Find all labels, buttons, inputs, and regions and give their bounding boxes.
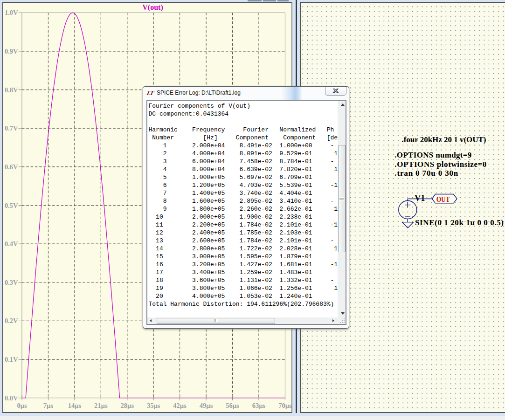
svg-text:21µs: 21µs bbox=[94, 402, 108, 409]
svg-text:0.5V: 0.5V bbox=[5, 202, 18, 209]
svg-text:OUT: OUT bbox=[436, 195, 450, 203]
svg-text:0.9V: 0.9V bbox=[5, 48, 18, 55]
svg-text:7µs: 7µs bbox=[43, 402, 54, 409]
svg-text:0.4V: 0.4V bbox=[5, 240, 18, 248]
svg-text:63µs: 63µs bbox=[252, 402, 266, 409]
svg-text:SINE(0 1 20k 1u 0 0 0.5): SINE(0 1 20k 1u 0 0 0.5) bbox=[415, 218, 504, 227]
svg-text:0.3V: 0.3V bbox=[5, 279, 18, 286]
svg-text:0.7V: 0.7V bbox=[5, 124, 18, 132]
svg-text:.four 20kHz 20 1 v(OUT): .four 20kHz 20 1 v(OUT) bbox=[402, 135, 486, 144]
svg-text:56µs: 56µs bbox=[226, 402, 239, 409]
svg-text:1.0V: 1.0V bbox=[5, 9, 18, 16]
svg-text:0.1V: 0.1V bbox=[5, 356, 18, 363]
svg-text:28µs: 28µs bbox=[121, 402, 134, 409]
svg-text:.OPTIONS plotwinsize=0: .OPTIONS plotwinsize=0 bbox=[394, 160, 486, 169]
svg-text:.OPTIONS numdgt=9: .OPTIONS numdgt=9 bbox=[394, 151, 471, 159]
svg-text:0µs: 0µs bbox=[17, 402, 27, 409]
svg-text:70µs: 70µs bbox=[278, 402, 292, 409]
svg-text:0.2V: 0.2V bbox=[5, 317, 18, 324]
svg-text:V1: V1 bbox=[415, 193, 425, 203]
svg-text:42µs: 42µs bbox=[173, 402, 187, 409]
svg-text:49µs: 49µs bbox=[200, 402, 213, 409]
svg-text:0.6V: 0.6V bbox=[5, 163, 18, 171]
svg-text:0.0V: 0.0V bbox=[5, 394, 18, 402]
svg-text:V(out): V(out) bbox=[142, 3, 163, 12]
svg-text:0.8V: 0.8V bbox=[5, 86, 18, 94]
svg-text:.tran 0 70u 0 30n: .tran 0 70u 0 30n bbox=[394, 169, 458, 178]
svg-text:14µs: 14µs bbox=[68, 402, 82, 409]
svg-text:35µs: 35µs bbox=[147, 402, 160, 409]
